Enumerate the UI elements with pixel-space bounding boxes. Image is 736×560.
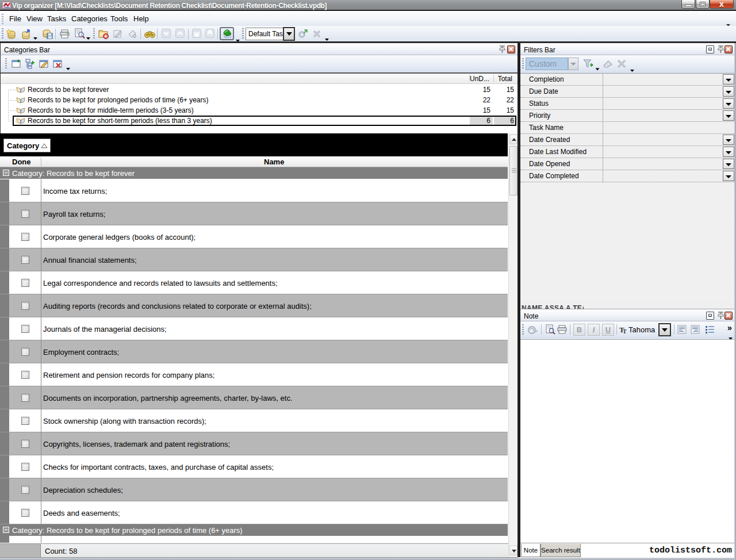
svg-text:T: T [623,328,627,335]
